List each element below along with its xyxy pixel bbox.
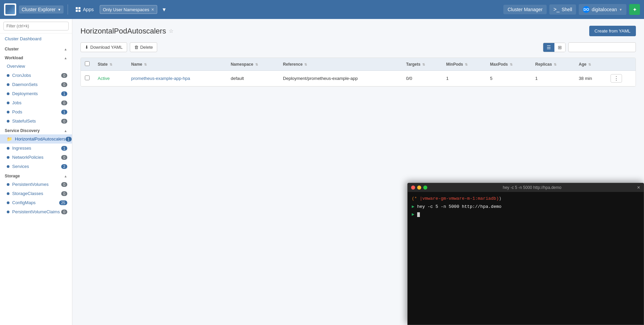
terminal-maximize-dot[interactable] [423,186,427,190]
daemonsets-label: DaemonSets [12,82,38,87]
apps-button[interactable]: Apps [72,5,97,14]
col-actions [606,58,636,71]
namespace-filter-pill[interactable]: Only User Namespaces × [100,5,157,14]
workload-section-label: Workload [5,56,23,60]
terminal-line-2: ▶ hey -c 5 -n 5000 http://hpa.demo [412,203,640,210]
sidebar-item-ingresses[interactable]: Ingresses 1 [0,144,72,153]
sidebar-item-storageclasses[interactable]: StorageClasses 0 [0,189,72,198]
dot-icon [7,156,9,159]
pvc-label: PersistentVolumeClaims [12,209,60,214]
sidebar-item-overview[interactable]: Overview [0,62,72,71]
sidebar-item-statefulsets[interactable]: StatefulSets 0 [0,116,72,126]
filter-input[interactable] [568,42,636,52]
favorite-star-icon[interactable]: ☆ [169,28,173,34]
col-targets: Targets ⇅ [402,58,442,71]
sort-icon[interactable]: ⇅ [422,63,425,66]
cluster-dashboard-label: Cluster Dashboard [5,36,41,41]
minpods-cell: 1 [446,76,449,81]
sidebar-item-jobs[interactable]: Jobs 0 [0,98,72,107]
reference-cell: Deployment/prometheus-example-app [283,76,358,81]
sort-icon[interactable]: ⇅ [144,63,147,66]
shell-button[interactable]: >_ Shell [549,4,576,15]
svg-rect-3 [78,10,80,12]
sort-icon[interactable]: ⇅ [588,63,591,66]
terminal-close-icon[interactable]: ✕ [637,185,640,190]
age-cell: 38 min [579,76,592,81]
sidebar-item-hpa[interactable]: 📁 HorizontalPodAutoscalers 1 [0,134,72,144]
cronjobs-label: CronJobs [12,73,31,78]
digitalocean-label: digitalocean [592,7,617,12]
sort-icon[interactable]: ⇅ [465,63,468,66]
row-checkbox[interactable] [85,75,90,80]
shell-label: Shell [562,7,572,12]
cluster-explorer-button[interactable]: Cluster Explorer ▼ [19,5,64,14]
sort-icon[interactable]: ⇅ [510,63,512,66]
pv-label: PersistentVolumes [12,182,49,187]
rancher-logo [4,3,16,16]
grid-view-button[interactable]: ⊞ [554,43,565,52]
namespace-close-icon[interactable]: × [151,7,154,12]
dot-icon [7,111,9,113]
cluster-manager-button[interactable]: Cluster Manager [503,5,547,14]
delete-button[interactable]: 🗑 Delete [130,42,158,52]
col-age: Age ⇅ [575,58,606,71]
apps-label: Apps [83,7,94,12]
hpa-table: State ⇅ Name ⇅ Namespace ⇅ Reference [80,58,636,87]
sort-icon[interactable]: ⇅ [554,63,556,66]
digitalocean-logo: DO [583,6,590,13]
select-all-checkbox[interactable] [85,61,90,66]
terminal-minimize-dot[interactable] [417,186,421,190]
sc-badge: 0 [61,191,67,196]
sidebar-search-input[interactable] [3,22,69,30]
sidebar-item-configmaps[interactable]: ConfigMaps 25 [0,198,72,207]
sidebar-search-container [0,19,72,34]
sidebar-item-cluster-dashboard[interactable]: Cluster Dashboard [0,34,72,44]
divider [68,4,68,15]
row-actions-menu-button[interactable]: ⋮ [611,74,622,83]
cm-badge: 25 [59,200,67,205]
sidebar-storage-section[interactable]: Storage ▲ [0,171,72,180]
chevron-up-icon-workload: ▲ [64,56,67,60]
sidebar-workload-section[interactable]: Workload ▲ [0,53,72,62]
terminal-cursor [417,212,420,217]
col-state-label: State [98,62,108,67]
svg-rect-2 [76,10,78,12]
namespace-dropdown-chevron[interactable]: ▾ [160,4,168,15]
services-badge: 2 [61,164,67,169]
terminal-body[interactable]: (* |vmware-gm-vmware-m-1:mariadb)) ▶ hey… [408,192,644,325]
page-header: HorizontalPodAutoscalers ☆ Create from Y… [80,26,636,36]
terminal-prompt-marker: (* [412,196,420,201]
state-badge: Active [98,76,110,81]
col-replicas-label: Replicas [535,62,552,67]
sort-icon[interactable]: ⇅ [110,63,112,66]
sort-icon[interactable]: ⇅ [304,63,307,66]
sidebar-item-pods[interactable]: Pods 1 [0,107,72,116]
sidebar: Cluster Dashboard Cluster ▲ Workload ▲ O… [0,19,72,325]
col-age-label: Age [579,62,587,67]
pv-badge: 0 [61,182,67,187]
sidebar-item-daemonsets[interactable]: DaemonSets 0 [0,80,72,89]
sidebar-item-cronjobs[interactable]: CronJobs 0 [0,71,72,80]
sidebar-cluster-section[interactable]: Cluster ▲ [0,44,72,53]
sidebar-item-persistentvolumes[interactable]: PersistentVolumes 0 [0,180,72,189]
statefulsets-label: StatefulSets [12,118,36,124]
digitalocean-button[interactable]: DO digitalocean ▼ [579,4,626,15]
create-yaml-button[interactable]: Create from YAML [589,26,636,36]
col-namespace-label: Namespace [231,62,253,67]
sort-icon[interactable]: ⇅ [255,63,258,66]
sidebar-service-discovery-section[interactable]: Service Discovery ▲ [0,126,72,134]
download-yaml-button[interactable]: ⬇ Download YAML [80,42,127,52]
sidebar-item-services[interactable]: Services 2 [0,162,72,171]
jobs-badge: 0 [61,101,67,105]
topbar: Cluster Explorer ▼ Apps Only User Namesp… [0,0,644,19]
dot-icon [7,147,9,150]
sidebar-item-deployments[interactable]: Deployments 1 [0,89,72,98]
hpa-name-link[interactable]: prometheus-example-app-hpa [131,76,190,81]
sidebar-item-pvc[interactable]: PersistentVolumeClaims 0 [0,207,72,216]
deployments-badge: 1 [61,91,67,96]
list-view-button[interactable]: ☰ [543,43,554,52]
dot-icon [7,74,9,77]
terminal-close-dot[interactable] [411,186,415,190]
col-reference: Reference ⇅ [279,58,402,71]
sidebar-item-networkpolicies[interactable]: NetworkPolicies 0 [0,153,72,162]
